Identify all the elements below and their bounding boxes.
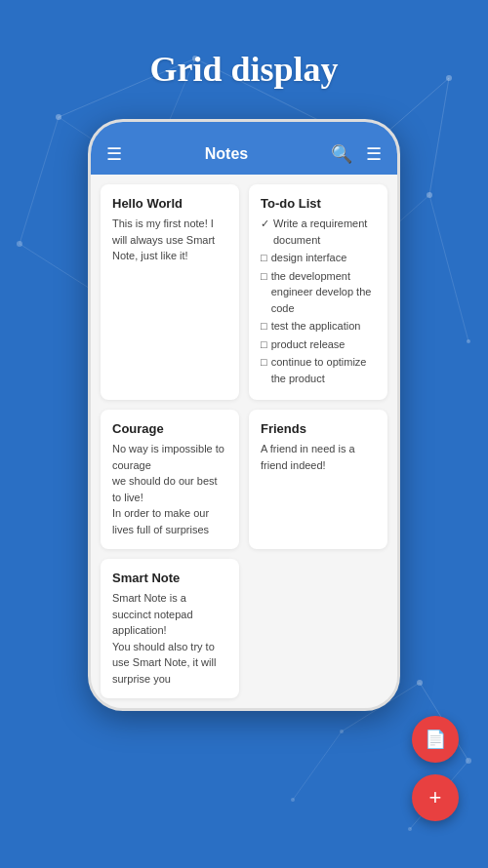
note-body: No way is impossible to couragewe should… [112, 441, 227, 537]
note-card-smart-note[interactable]: Smart Note Smart Note is a succinct note… [101, 559, 239, 698]
todo-text: product release [271, 336, 346, 353]
plus-icon: + [429, 785, 442, 810]
notes-grid: Hello World This is my first note! I wil… [91, 175, 397, 708]
phone-notch [91, 122, 397, 134]
note-card-friends[interactable]: Friends A friend in need is a friend ind… [249, 410, 387, 549]
todo-check: □ [261, 250, 267, 266]
fab-container: 📄 + [412, 716, 459, 821]
todo-item: □ product release [261, 336, 376, 353]
todo-item: □ continue to optimize the product [261, 354, 376, 386]
note-card-todo[interactable]: To-do List ✓ Write a requirement documen… [249, 184, 387, 400]
note-title: Courage [112, 421, 227, 436]
todo-text: the development engineer develop the cod… [271, 268, 376, 317]
note-card-courage[interactable]: Courage No way is impossible to couragew… [101, 410, 239, 549]
todo-text: Write a requirement document [273, 216, 376, 248]
note-body: Smart Note is a succinct notepad applica… [112, 590, 227, 687]
note-title: Hello World [112, 196, 227, 211]
hamburger-icon[interactable]: ☰ [106, 143, 122, 165]
todo-item: □ the development engineer develop the c… [261, 268, 376, 317]
todo-check: ✓ [261, 216, 269, 248]
todo-check: □ [261, 318, 267, 335]
app-header: ☰ Notes 🔍 ☰ [91, 134, 397, 175]
todo-check: □ [261, 336, 267, 353]
phone-mockup: ☰ Notes 🔍 ☰ Hello World This is my first… [88, 119, 400, 711]
fab-document-button[interactable]: 📄 [412, 716, 459, 763]
note-body: This is my first note! I will always use… [112, 216, 227, 264]
todo-check: □ [261, 354, 267, 386]
page-title: Grid display [149, 49, 338, 90]
note-body: ✓ Write a requirement document □ design … [261, 216, 376, 386]
document-icon: 📄 [425, 729, 446, 750]
note-title: To-do List [261, 196, 376, 211]
todo-text: continue to optimize the product [271, 354, 376, 386]
search-icon[interactable]: 🔍 [331, 143, 352, 165]
todo-check: □ [261, 268, 267, 317]
app-header-title: Notes [205, 145, 248, 163]
note-title: Smart Note [112, 571, 227, 585]
todo-item: ✓ Write a requirement document [261, 216, 376, 248]
todo-text: design interface [271, 250, 347, 266]
todo-item: □ test the application [261, 318, 376, 335]
note-body: A friend in need is a friend indeed! [261, 441, 376, 473]
filter-icon[interactable]: ☰ [366, 143, 382, 165]
todo-item: □ design interface [261, 250, 376, 266]
note-title: Friends [261, 421, 376, 436]
header-icons: 🔍 ☰ [331, 143, 382, 165]
note-card-hello-world[interactable]: Hello World This is my first note! I wil… [101, 184, 239, 400]
todo-text: test the application [271, 318, 361, 335]
fab-add-button[interactable]: + [412, 774, 459, 821]
